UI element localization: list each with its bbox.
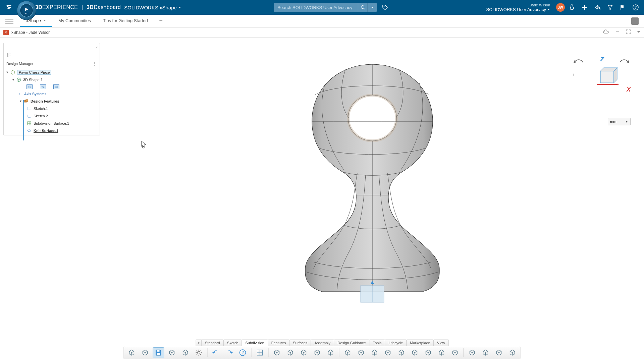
grid-tool[interactable] <box>254 347 266 358</box>
tree-features[interactable]: ▼ Design Features <box>4 98 100 105</box>
tree-sketch1[interactable]: Sketch.1 <box>4 105 100 112</box>
network-icon[interactable] <box>606 4 614 11</box>
cylinder-tool[interactable] <box>480 347 491 358</box>
tree-shape[interactable]: ▼ 3D Shape 1 <box>4 76 100 83</box>
tag-icon[interactable] <box>381 3 389 12</box>
chevron-down-icon[interactable] <box>637 30 641 35</box>
bottom-tab-surfaces[interactable]: Surfaces <box>289 340 311 346</box>
undo-tool[interactable] <box>210 347 222 358</box>
bend-tool[interactable] <box>325 347 336 358</box>
new-tool[interactable] <box>126 347 138 358</box>
quad-tool[interactable] <box>298 347 310 358</box>
app-switcher[interactable]: SOLIDWORKS xShape <box>124 5 181 10</box>
search-dropdown-icon[interactable] <box>367 3 377 12</box>
share-icon[interactable] <box>594 4 601 11</box>
model-render <box>295 51 449 306</box>
tree-planes[interactable]: XY YZ ZX <box>4 83 100 90</box>
ds-logo-icon[interactable] <box>5 3 13 12</box>
open-tool[interactable] <box>140 347 151 358</box>
svg-line-1 <box>364 8 365 10</box>
tree-view-icon[interactable] <box>6 52 12 59</box>
checkpoint-tool[interactable] <box>180 347 191 358</box>
features-icon <box>23 99 29 104</box>
tree-knit[interactable]: Knit Surface.1 <box>4 127 100 134</box>
home-icon[interactable] <box>568 4 576 11</box>
add-tab-button[interactable]: + <box>157 17 165 25</box>
view-cube[interactable]: Z X ‹ <box>570 51 631 111</box>
bottom-tab-design-guidance[interactable]: Design Guidance <box>334 340 369 346</box>
help-tool[interactable]: ? <box>237 347 249 358</box>
face-select-tool[interactable] <box>423 347 434 358</box>
rotate-right-icon[interactable] <box>619 58 629 64</box>
add-icon[interactable] <box>581 4 588 11</box>
svg-marker-30 <box>617 83 619 85</box>
bottom-tab-standard[interactable]: Standard <box>201 340 224 346</box>
xy-plane-icon[interactable]: XY <box>26 84 33 89</box>
view-prev-icon[interactable]: ‹ <box>570 71 577 78</box>
bottom-tab-tools[interactable]: Tools <box>369 340 385 346</box>
unit-select[interactable]: mm ▼ <box>608 118 631 125</box>
bottom-tab-subdivision[interactable]: Subdivision <box>242 340 268 346</box>
tree-subdiv[interactable]: Subdivision Surface.1 <box>4 120 100 127</box>
sketch-icon <box>26 113 32 119</box>
svg-point-21 <box>352 99 393 137</box>
tree-axis[interactable]: › Axis Systems <box>4 90 100 98</box>
sphere-prim-tool[interactable] <box>312 347 323 358</box>
tree-sketch2[interactable]: Sketch.2 <box>4 112 100 120</box>
tab-tips-for-getting-started[interactable]: Tips for Getting Started <box>97 15 154 27</box>
boolean-tool[interactable] <box>507 347 518 358</box>
view-cube-icon[interactable] <box>595 66 619 86</box>
avatar[interactable]: JW <box>556 3 565 12</box>
compass-button[interactable]: ▶ V.R <box>17 1 36 20</box>
user-block[interactable]: Jade Wilson SOLIDWORKS User Advocacy <box>486 3 550 12</box>
settings-tool[interactable] <box>193 347 205 358</box>
cube-tool-tool[interactable] <box>396 347 407 358</box>
flag-icon[interactable] <box>619 4 627 11</box>
bottom-tab-lifecycle[interactable]: Lifecycle <box>385 340 407 346</box>
svg-point-33 <box>198 351 200 354</box>
bottom-tab-menu-icon[interactable]: ▼ <box>196 340 202 346</box>
redo-tool[interactable] <box>224 347 235 358</box>
extrude-tool[interactable] <box>342 347 354 358</box>
fullscreen-icon[interactable] <box>626 29 631 35</box>
plane-primitive-tool[interactable] <box>285 347 296 358</box>
loft-tool[interactable] <box>369 347 380 358</box>
search-input[interactable] <box>274 5 358 10</box>
bottom-tab-sketch[interactable]: Sketch <box>223 340 242 346</box>
bottom-tab-features[interactable]: Features <box>268 340 289 346</box>
bottom-tab-strip: ▼ StandardSketchSubdivisionFeaturesSurfa… <box>196 340 448 346</box>
bottom-tab-marketplace[interactable]: Marketplace <box>406 340 434 346</box>
document-title: xShape - Jade Wilson <box>11 30 51 35</box>
yz-plane-icon[interactable]: YZ <box>40 84 46 89</box>
torus-tool[interactable] <box>493 347 505 358</box>
circle-tool-tool[interactable] <box>449 347 461 358</box>
tree-root[interactable]: ▼ Pawn Chess Piece <box>4 69 100 76</box>
tree-menu-icon[interactable]: ⋮ <box>92 61 97 66</box>
tab-my-communities[interactable]: My Communities <box>52 15 97 27</box>
update-tool[interactable] <box>166 347 178 358</box>
sweep-tool[interactable] <box>356 347 367 358</box>
save-tool[interactable] <box>153 347 164 358</box>
rotate-left-icon[interactable] <box>574 58 584 64</box>
menu-icon[interactable] <box>5 17 13 25</box>
zx-plane-icon[interactable]: ZX <box>53 84 59 89</box>
minimize-icon[interactable] <box>615 29 620 35</box>
design-tree-panel: ‹ Design Manager ⋮ ▼ Pawn Chess Piece ▼ … <box>3 43 100 135</box>
search-box <box>274 3 377 12</box>
box-primitive-tool[interactable] <box>271 347 283 358</box>
3d-canvas[interactable]: Z X ‹ mm ▼ <box>101 38 644 342</box>
trim-tool[interactable] <box>436 347 447 358</box>
collapse-icon[interactable]: ‹ <box>96 45 98 50</box>
shell-tool[interactable] <box>467 347 478 358</box>
help-icon[interactable]: ? <box>632 4 639 11</box>
bottom-tab-assembly[interactable]: Assembly <box>311 340 334 346</box>
align-tool[interactable] <box>409 347 421 358</box>
svg-point-2 <box>384 6 385 7</box>
chat-icon[interactable] <box>631 17 639 25</box>
cloud-icon[interactable] <box>603 29 609 35</box>
bottom-tab-view[interactable]: View <box>433 340 449 346</box>
command-toolbar: ? <box>124 346 521 359</box>
app-badge-icon: ✕ <box>3 30 9 35</box>
revolve-tool[interactable] <box>382 347 394 358</box>
search-icon[interactable] <box>358 3 367 12</box>
